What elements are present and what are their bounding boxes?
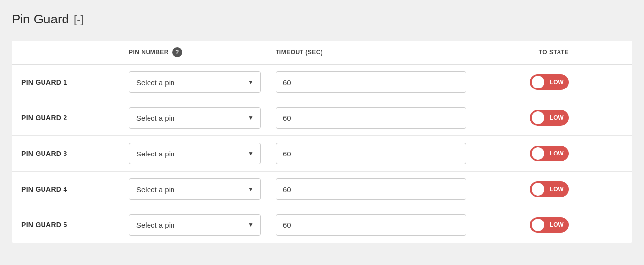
help-icon[interactable]: ? <box>172 47 182 57</box>
toggle-container-2: LOW <box>481 110 569 126</box>
table-row: PIN GUARD 2 Select a pin ▼ LOW <box>12 100 632 136</box>
toggle-knob-3 <box>532 147 544 160</box>
row-label-1: PIN GUARD 1 <box>21 78 129 86</box>
pin-dropdown-value-2: Select a pin <box>136 114 174 122</box>
table-body: PIN GUARD 1 Select a pin ▼ LOW PIN GUARD… <box>12 65 632 243</box>
timeout-input-3[interactable] <box>276 143 466 164</box>
page-title: Pin Guard [-] <box>12 12 632 27</box>
toggle-knob-4 <box>532 183 544 196</box>
pin-select-4: Select a pin ▼ <box>129 178 276 200</box>
col-to-state: TO STATE <box>481 47 569 57</box>
title-icon: [-] <box>74 13 84 26</box>
pin-dropdown-3[interactable]: Select a pin ▼ <box>129 143 261 164</box>
toggle-container-1: LOW <box>481 74 569 90</box>
state-toggle-4[interactable]: LOW <box>530 181 569 197</box>
toggle-label-2: LOW <box>550 114 564 121</box>
state-toggle-1[interactable]: LOW <box>530 74 569 90</box>
table-row: PIN GUARD 3 Select a pin ▼ LOW <box>12 136 632 172</box>
timeout-input-2[interactable] <box>276 107 466 129</box>
toggle-knob-1 <box>532 76 544 88</box>
row-label-2: PIN GUARD 2 <box>21 114 129 122</box>
timeout-cell-4 <box>276 178 481 200</box>
chevron-down-icon: ▼ <box>248 221 254 228</box>
timeout-input-1[interactable] <box>276 71 466 93</box>
state-toggle-3[interactable]: LOW <box>530 146 569 161</box>
col-pin-number: PIN NUMBER ? <box>129 47 276 57</box>
pin-dropdown-1[interactable]: Select a pin ▼ <box>129 71 261 93</box>
timeout-cell-1 <box>276 71 481 93</box>
table-row: PIN GUARD 4 Select a pin ▼ LOW <box>12 172 632 207</box>
pin-select-2: Select a pin ▼ <box>129 107 276 129</box>
chevron-down-icon: ▼ <box>248 186 254 193</box>
timeout-cell-2 <box>276 107 481 129</box>
main-table: PIN NUMBER ? TIMEOUT (SEC) TO STATE PIN … <box>12 41 632 243</box>
toggle-label-1: LOW <box>550 79 564 86</box>
chevron-down-icon: ▼ <box>248 79 254 86</box>
timeout-input-4[interactable] <box>276 178 466 200</box>
row-label-4: PIN GUARD 4 <box>21 185 129 193</box>
timeout-input-5[interactable] <box>276 214 466 236</box>
chevron-down-icon: ▼ <box>248 114 254 121</box>
toggle-label-5: LOW <box>550 221 564 228</box>
toggle-label-4: LOW <box>550 186 564 193</box>
chevron-down-icon: ▼ <box>248 150 254 157</box>
col-empty <box>21 47 129 57</box>
state-toggle-2[interactable]: LOW <box>530 110 569 126</box>
pin-dropdown-5[interactable]: Select a pin ▼ <box>129 214 261 236</box>
toggle-container-5: LOW <box>481 217 569 233</box>
toggle-container-4: LOW <box>481 181 569 197</box>
toggle-container-3: LOW <box>481 146 569 161</box>
toggle-label-3: LOW <box>550 150 564 157</box>
table-header: PIN NUMBER ? TIMEOUT (SEC) TO STATE <box>12 41 632 65</box>
row-label-5: PIN GUARD 5 <box>21 221 129 229</box>
pin-select-5: Select a pin ▼ <box>129 214 276 236</box>
row-label-3: PIN GUARD 3 <box>21 150 129 157</box>
pin-dropdown-4[interactable]: Select a pin ▼ <box>129 178 261 200</box>
toggle-knob-5 <box>532 219 544 231</box>
col-timeout: TIMEOUT (SEC) <box>276 47 481 57</box>
pin-select-1: Select a pin ▼ <box>129 71 276 93</box>
state-toggle-5[interactable]: LOW <box>530 217 569 233</box>
pin-dropdown-value-5: Select a pin <box>136 221 174 229</box>
pin-dropdown-2[interactable]: Select a pin ▼ <box>129 107 261 129</box>
timeout-cell-3 <box>276 143 481 164</box>
pin-dropdown-value-4: Select a pin <box>136 185 174 194</box>
toggle-knob-2 <box>532 111 544 124</box>
pin-dropdown-value-3: Select a pin <box>136 150 174 158</box>
timeout-cell-5 <box>276 214 481 236</box>
table-row: PIN GUARD 1 Select a pin ▼ LOW <box>12 65 632 100</box>
pin-dropdown-value-1: Select a pin <box>136 78 174 87</box>
pin-select-3: Select a pin ▼ <box>129 143 276 164</box>
table-row: PIN GUARD 5 Select a pin ▼ LOW <box>12 207 632 243</box>
